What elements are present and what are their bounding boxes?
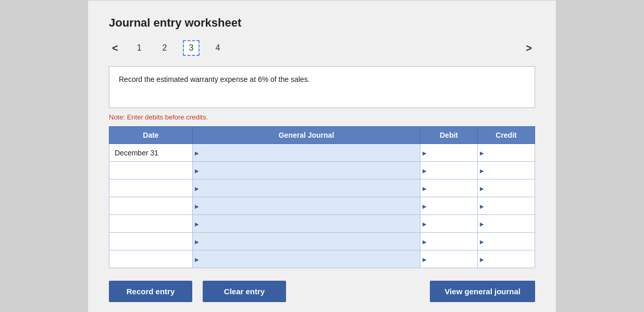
debit-input-1[interactable] xyxy=(420,144,477,161)
col-header-date: Date xyxy=(109,127,193,144)
credit-input-2[interactable] xyxy=(478,162,535,179)
debit-input-5[interactable] xyxy=(420,215,477,232)
date-cell-2 xyxy=(109,162,193,179)
journal-input-2[interactable] xyxy=(193,162,420,179)
button-row: Record entry Clear entry View general jo… xyxy=(109,281,535,302)
journal-cell-2 xyxy=(193,162,420,179)
journal-cell-7 xyxy=(193,250,420,268)
debit-input-2[interactable] xyxy=(420,162,477,179)
table-row xyxy=(109,197,535,215)
date-cell-4 xyxy=(109,197,193,215)
debit-cell-3 xyxy=(420,179,478,197)
next-button[interactable]: > xyxy=(523,41,535,55)
date-cell-1: December 31 xyxy=(109,144,193,162)
debit-input-7[interactable] xyxy=(420,250,477,268)
journal-cell-1 xyxy=(193,144,420,162)
credit-input-5[interactable] xyxy=(478,215,535,232)
debit-input-3[interactable] xyxy=(420,179,477,197)
debit-cell-2 xyxy=(420,162,478,179)
instruction-box: Record the estimated warranty expense at… xyxy=(109,66,535,108)
credit-input-3[interactable] xyxy=(478,179,535,197)
nav-item-2[interactable]: 2 xyxy=(157,41,172,55)
journal-cell-4 xyxy=(193,197,420,215)
prev-button[interactable]: < xyxy=(109,41,121,55)
date-cell-3 xyxy=(109,179,193,197)
credit-cell-3 xyxy=(478,179,535,197)
clear-entry-button[interactable]: Clear entry xyxy=(203,281,286,302)
date-cell-5 xyxy=(109,215,193,233)
main-container: Journal entry worksheet < 1 2 3 4 > Reco… xyxy=(88,0,556,312)
journal-cell-5 xyxy=(193,215,420,233)
debit-cell-1 xyxy=(420,144,478,162)
credit-input-4[interactable] xyxy=(478,197,535,214)
credit-input-6[interactable] xyxy=(478,233,535,250)
credit-cell-1 xyxy=(478,144,535,162)
credit-input-7[interactable] xyxy=(478,250,535,268)
instruction-text: Record the estimated warranty expense at… xyxy=(119,75,310,83)
credit-cell-7 xyxy=(478,250,535,268)
journal-input-4[interactable] xyxy=(193,197,420,214)
credit-cell-4 xyxy=(478,197,535,215)
table-header-row: Date General Journal Debit Credit xyxy=(109,127,535,144)
debit-cell-5 xyxy=(420,215,478,233)
col-header-credit: Credit xyxy=(478,127,535,144)
table-row xyxy=(109,215,535,233)
date-cell-6 xyxy=(109,233,193,250)
record-entry-button[interactable]: Record entry xyxy=(109,281,192,302)
table-row xyxy=(109,179,535,197)
date-cell-7 xyxy=(109,250,193,268)
journal-cell-3 xyxy=(193,179,420,197)
journal-input-1[interactable] xyxy=(193,144,420,161)
table-row: December 31 xyxy=(109,144,535,162)
credit-cell-6 xyxy=(478,233,535,250)
debit-input-4[interactable] xyxy=(420,197,477,214)
nav-row: < 1 2 3 4 > xyxy=(109,40,535,56)
table-row xyxy=(109,250,535,268)
journal-input-6[interactable] xyxy=(193,233,420,250)
journal-table: Date General Journal Debit Credit Decemb… xyxy=(109,126,535,268)
col-header-journal: General Journal xyxy=(193,127,420,144)
page-title: Journal entry worksheet xyxy=(109,16,535,30)
journal-input-7[interactable] xyxy=(193,250,420,268)
table-row xyxy=(109,233,535,250)
credit-cell-5 xyxy=(478,215,535,233)
nav-item-1[interactable]: 1 xyxy=(132,41,147,55)
debit-cell-4 xyxy=(420,197,478,215)
journal-input-3[interactable] xyxy=(193,179,420,197)
journal-input-5[interactable] xyxy=(193,215,420,232)
note-text: Note: Enter debits before credits. xyxy=(109,113,535,121)
nav-item-3[interactable]: 3 xyxy=(183,40,200,56)
debit-cell-6 xyxy=(420,233,478,250)
table-row xyxy=(109,162,535,179)
debit-input-6[interactable] xyxy=(420,233,477,250)
debit-cell-7 xyxy=(420,250,478,268)
col-header-debit: Debit xyxy=(420,127,478,144)
journal-cell-6 xyxy=(193,233,420,250)
credit-input-1[interactable] xyxy=(478,144,535,161)
credit-cell-2 xyxy=(478,162,535,179)
nav-item-4[interactable]: 4 xyxy=(210,41,225,55)
view-journal-button[interactable]: View general journal xyxy=(430,281,535,302)
